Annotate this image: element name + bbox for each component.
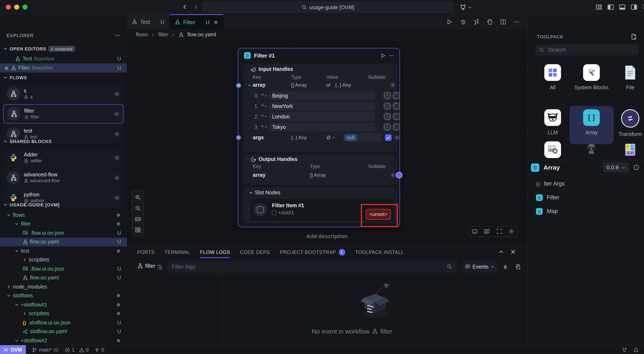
toolpack-category-spy[interactable] <box>572 141 611 158</box>
card-settings-gear-icon[interactable] <box>114 154 120 161</box>
card-settings-gear-icon[interactable] <box>114 131 120 137</box>
card-settings-gear-icon[interactable] <box>114 91 120 97</box>
filter-node[interactable]: [] Filter #1 Input Handles Key Type Valu… <box>238 48 400 227</box>
fit-view-icon[interactable] <box>135 216 141 222</box>
clear-logs-brush-icon[interactable] <box>502 264 508 270</box>
toolpack-category-all[interactable]: All <box>534 64 572 91</box>
args-settings-gear-icon[interactable] <box>394 134 400 140</box>
null-toggle[interactable]: Ø <box>326 134 335 140</box>
assistant-cat-icon[interactable] <box>459 3 467 11</box>
pack-block-map[interactable]: []Map <box>528 204 644 218</box>
minimize-window-button[interactable] <box>14 4 19 10</box>
pack-info-icon[interactable] <box>633 164 640 170</box>
open-editor-test[interactable]: Testflows/testU <box>0 54 127 64</box>
log-tree-list-icon[interactable] <box>157 264 163 270</box>
bottom-tab-ports[interactable]: PORTS <box>137 246 154 258</box>
remove-item-icon[interactable] <box>393 124 400 130</box>
card-s[interactable]: sa <box>3 84 124 104</box>
open-editor-filter[interactable]: Filterflows/filterU <box>0 64 127 72</box>
tree-item-+slotflow#1[interactable]: +slotflow#1 <box>0 300 127 309</box>
input-handle-array-port[interactable] <box>236 82 242 88</box>
add-description-button[interactable]: Add description <box>127 233 527 239</box>
input-handle-args-port[interactable] <box>236 135 242 140</box>
add-item-icon[interactable] <box>384 113 391 120</box>
bottom-tab-code-deps[interactable]: CODE DEPS <box>240 246 270 258</box>
auto-layout-icon[interactable] <box>135 226 141 233</box>
export-file-icon[interactable] <box>487 18 493 25</box>
bottom-tab-flow-logs[interactable]: FLOW LOGS <box>200 246 230 258</box>
toolpack-category-photo[interactable] <box>534 141 572 158</box>
nav-forward-icon[interactable] <box>193 4 199 10</box>
output-handle-array-port[interactable] <box>396 172 402 178</box>
node-run-icon[interactable] <box>380 53 386 58</box>
tree-item-slotflows[interactable]: slotflows <box>0 291 127 300</box>
toolpack-search-input[interactable] <box>547 46 635 53</box>
maximize-window-button[interactable] <box>22 4 28 10</box>
zoom-in-icon[interactable] <box>135 194 141 201</box>
array-item-input[interactable]: Tokyo <box>269 122 375 131</box>
add-item-icon[interactable] <box>384 102 391 110</box>
tree-item-slotflow.oo.yaml[interactable]: slotflow.oo.yamlU <box>0 327 127 336</box>
problems-status[interactable]: 1 0 <box>65 347 89 353</box>
flow-canvas[interactable]: [] Filter #1 Input Handles Key Type Valu… <box>127 40 527 246</box>
toggle-sidebar-left-icon[interactable] <box>607 4 614 10</box>
output-settings-gear-icon[interactable] <box>390 172 396 178</box>
remove-item-icon[interactable] <box>393 102 400 110</box>
bottom-tab-project-bootstrap[interactable]: PROJECT BOOTSTRAP1 <box>280 246 345 258</box>
close-tab-icon[interactable] <box>213 20 218 24</box>
string-type-icon[interactable]: “ <box>261 92 267 99</box>
toolpack-category-transform[interactable]: Transform <box>611 109 644 138</box>
zoom-out-icon[interactable] <box>135 205 141 212</box>
toggle-sidebar-right-icon[interactable] <box>631 4 637 10</box>
card-settings-gear-icon[interactable] <box>114 174 120 181</box>
tree-item-nodemodules[interactable]: node_modules <box>0 282 127 291</box>
tree-item-test[interactable]: test <box>0 246 127 256</box>
compare-swap-icon[interactable] <box>474 18 480 25</box>
pack-block-iter-args[interactable]: [x]Iter Args <box>528 177 644 190</box>
panel-close-icon[interactable] <box>510 249 516 254</box>
notifications-bell-icon[interactable] <box>633 347 639 353</box>
string-type-icon[interactable]: “ <box>261 114 267 120</box>
git-branch-status[interactable]: main* <box>32 347 59 353</box>
card-filter[interactable]: filterfilter <box>3 104 124 124</box>
toolpack-category-array[interactable]: [ ]Array <box>572 109 611 136</box>
array-item-input[interactable]: London <box>269 112 375 121</box>
workspace-section-header[interactable]: USAGE-GUIDE [OVM] <box>3 202 60 207</box>
pack-header[interactable]: [] Array 0.0.9 <box>528 160 644 174</box>
add-item-icon[interactable] <box>384 124 391 130</box>
card-Adder[interactable]: Adderadder <box>3 148 124 167</box>
more-actions-icon[interactable] <box>514 18 520 25</box>
customize-layout-icon[interactable] <box>596 4 602 10</box>
toolpack-category-system-blocks[interactable]: System Blocks <box>572 64 611 91</box>
tree-item-scriptlets[interactable]: scriptlets <box>0 256 127 264</box>
card-settings-gear-icon[interactable] <box>114 194 120 201</box>
tab-filter[interactable]: FilterU <box>170 14 223 29</box>
events-dropdown[interactable]: Events <box>462 260 497 273</box>
tree-item-.flow.ui.oo.json[interactable]: .flow.ui.oo.jsonU <box>0 228 127 238</box>
settings-gear-icon[interactable] <box>642 3 644 10</box>
breadcrumb-file[interactable]: flow.oo.yaml <box>187 32 216 38</box>
tree-item-.slotflow.ui.oo.json[interactable]: {}.slotflow.ui.oo.jsonU <box>0 318 127 327</box>
tree-item-filter[interactable]: filter <box>0 220 127 228</box>
tree-item-+slotflow#2[interactable]: +slotflow#2 <box>0 336 127 345</box>
run-flow-icon[interactable] <box>446 18 452 25</box>
open-editors-header[interactable]: OPEN EDITORS 1 unsaved <box>3 46 75 52</box>
toolpack-category-llm[interactable]: LLM <box>534 109 572 136</box>
split-editor-icon[interactable] <box>500 18 506 25</box>
shared-blocks-header[interactable]: SHARED BLOCKS <box>3 139 52 144</box>
tree-item-scriptlets[interactable]: scriptlets <box>0 309 127 318</box>
remove-item-icon[interactable] <box>393 92 400 99</box>
string-type-icon[interactable]: “ <box>261 124 267 130</box>
nav-back-icon[interactable] <box>182 4 188 10</box>
ports-status[interactable]: 0 <box>94 347 104 353</box>
flows-section-header[interactable]: FLOWS <box>3 75 27 80</box>
export-logs-icon[interactable] <box>515 264 521 270</box>
handle-settings-gear-icon[interactable] <box>390 82 396 88</box>
command-center-search[interactable]: usage-guide [OVM] <box>203 2 453 12</box>
add-item-icon[interactable] <box>384 92 391 99</box>
close-editor-icon[interactable] <box>4 66 9 70</box>
bottom-tab-terminal[interactable]: TERMINAL <box>164 246 190 258</box>
panel-maximize-chevron-icon[interactable] <box>499 249 504 254</box>
array-item-input[interactable]: Beijing <box>269 91 375 100</box>
bottom-tab-toolpack-install[interactable]: TOOLPACK INSTALL <box>355 246 404 258</box>
